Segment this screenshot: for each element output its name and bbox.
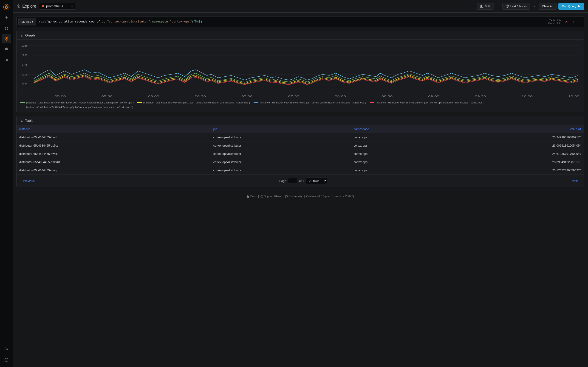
cell-namespace-1: cortex-ops <box>351 142 439 150</box>
query-hints: Table: 1.1s Graph: 1.7s <box>548 19 561 25</box>
time-next-button[interactable]: › <box>532 3 536 9</box>
col-namespace: namespace <box>351 125 439 133</box>
graph-hint: Graph: 1.7s <box>548 22 561 25</box>
legend-label-3: {instance="distributor-65c4684455-qm848"… <box>376 101 484 104</box>
sidebar-item-signout[interactable] <box>2 345 11 354</box>
run-query-icon <box>578 5 581 8</box>
svg-point-8 <box>18 6 19 7</box>
table-panel-title: Table <box>25 119 34 123</box>
rows-select[interactable]: 20 rows 50 rows 100 rows <box>306 177 327 184</box>
split-label: Split <box>485 5 490 8</box>
svg-rect-5 <box>7 29 8 30</box>
graph-container: 28 26 24 22 20 <box>20 43 580 98</box>
cell-instance-2: distributor-65c4684455-nwxlj <box>17 150 211 158</box>
table-row: distributor-65c4684455-gs5lz cortex-ops/… <box>17 142 584 150</box>
sidebar-item-explore[interactable] <box>2 34 11 43</box>
legend-item-1[interactable]: {instance="distributor-65c4684455-gs5lz"… <box>137 101 250 104</box>
split-button[interactable]: Split <box>477 3 494 10</box>
main-content: Explore prometheus ▾ Split ‹ Last 6 hour… <box>13 0 588 367</box>
svg-text:10:30: 10:30 <box>568 95 579 98</box>
sidebar-item-add[interactable] <box>2 13 11 22</box>
cell-job-1: cortex-ops/distributor <box>211 142 351 150</box>
query-actions: ✕ + − <box>563 19 582 25</box>
community-icon <box>285 195 288 198</box>
support-link[interactable]: Support Plans <box>264 195 281 198</box>
clear-all-button[interactable]: Clear All <box>539 3 556 10</box>
table-row: distributor-65c4684455-4vxdx cortex-ops/… <box>17 133 584 142</box>
datasource-indicator <box>42 5 44 7</box>
page-of: of 1 <box>299 179 304 183</box>
sidebar-logo[interactable] <box>2 2 11 12</box>
sidebar-item-alerts[interactable] <box>2 45 11 54</box>
cell-instance-3: distributor-65c4684455-qm848 <box>17 158 211 166</box>
svg-text:24: 24 <box>22 64 27 66</box>
legend-color-4 <box>20 107 25 107</box>
sidebar <box>0 0 13 367</box>
docs-link[interactable]: Docs <box>250 195 257 198</box>
pagination: Previous Page of 1 20 rows 50 rows 100 r… <box>17 175 584 187</box>
page-input[interactable] <box>288 178 297 184</box>
run-query-button[interactable]: Run Query <box>558 3 584 10</box>
svg-text:05:30: 05:30 <box>101 95 112 98</box>
explore-icon <box>16 4 20 8</box>
legend-item-4[interactable]: {instance="distributor-65c4684455-rwsrp"… <box>20 106 133 108</box>
datasource-name: prometheus <box>46 4 63 8</box>
navbar-title: Explore <box>16 4 36 9</box>
clock-icon <box>506 5 509 8</box>
cell-value-2: 24.619357917600947 <box>439 150 584 158</box>
data-table: instance job namespace Value #1 distribu… <box>17 125 584 175</box>
graph-panel-body: 28 26 24 22 20 <box>17 40 584 112</box>
next-button[interactable]: Next <box>569 178 580 184</box>
table-hint: Table: 1.1s <box>548 19 561 22</box>
cell-instance-1: distributor-65c4684455-gs5lz <box>17 142 211 150</box>
legend-label-0: {instance="distributor-65c4684455-4vxdx"… <box>26 101 134 104</box>
legend-item-3[interactable]: {instance="distributor-65c4684455-qm848"… <box>370 101 484 104</box>
col-value: Value #1 <box>439 125 584 133</box>
svg-point-6 <box>6 38 7 40</box>
svg-text:20: 20 <box>22 83 27 85</box>
graph-panel-header[interactable]: ▲ Graph <box>17 31 584 40</box>
cell-value-0: 23.247983163802175 <box>439 133 584 142</box>
time-prev-button[interactable]: ‹ <box>496 3 500 9</box>
graph-svg: 28 26 24 22 20 <box>20 43 580 98</box>
sidebar-item-dashboard[interactable] <box>2 24 11 33</box>
community-link[interactable]: Community <box>288 195 303 198</box>
table-header: instance job namespace Value #1 <box>17 125 584 133</box>
svg-text:22: 22 <box>22 73 27 76</box>
prev-button[interactable]: Previous <box>20 178 37 184</box>
table-row: distributor-65c4684455-qm848 cortex-ops/… <box>17 158 584 166</box>
table-panel-header[interactable]: ▲ Table <box>17 116 584 125</box>
legend-label-4: {instance="distributor-65c4684455-rwsrp"… <box>26 106 133 108</box>
cell-job-0: cortex-ops/distributor <box>211 133 351 142</box>
svg-text:08:30: 08:30 <box>381 95 393 98</box>
navbar-actions: Split ‹ Last 6 hours › Clear All Run Que… <box>477 3 584 10</box>
svg-text:10:00: 10:00 <box>522 95 533 98</box>
run-query-label: Run Query <box>562 5 576 8</box>
legend-item-2[interactable]: {instance="distributor-65c4684455-nwxlj"… <box>254 101 366 104</box>
split-icon <box>480 5 483 8</box>
svg-rect-2 <box>5 27 6 28</box>
query-add-button[interactable]: + <box>570 19 576 25</box>
legend-item-0[interactable]: {instance="distributor-65c4684455-4vxdx"… <box>20 101 134 104</box>
query-clear-button[interactable]: ✕ <box>563 19 570 25</box>
legend-color-3 <box>370 102 374 103</box>
time-range-label: Last 6 hours <box>510 5 527 8</box>
time-range-button[interactable]: Last 6 hours <box>502 3 530 10</box>
cell-namespace-0: cortex-ops <box>351 133 439 142</box>
graph-collapse-icon: ▲ <box>20 33 23 37</box>
sidebar-item-settings[interactable] <box>2 55 11 65</box>
query-expression[interactable]: rate(go_gc_duration_seconds_count{job="c… <box>38 18 546 25</box>
metrics-button[interactable]: Metrics ▾ <box>18 18 36 25</box>
cell-instance-0: distributor-65c4684455-4vxdx <box>17 133 211 142</box>
sidebar-item-help[interactable] <box>2 355 11 365</box>
col-instance: instance <box>17 125 211 133</box>
cell-value-4: 23.175523394590275 <box>439 166 584 175</box>
cell-value-3: 23.396491228070175 <box>439 158 584 166</box>
datasource-selector[interactable]: prometheus ▾ <box>39 3 76 10</box>
cell-namespace-3: cortex-ops <box>351 158 439 166</box>
query-remove-button[interactable]: − <box>577 19 582 25</box>
svg-text:05:00: 05:00 <box>55 95 66 98</box>
table-panel: ▲ Table instance job namespace Value #1 <box>16 116 584 187</box>
explore-title: Explore <box>22 4 36 9</box>
cell-instance-4: distributor-65c4684455-rwsrp <box>17 166 211 175</box>
